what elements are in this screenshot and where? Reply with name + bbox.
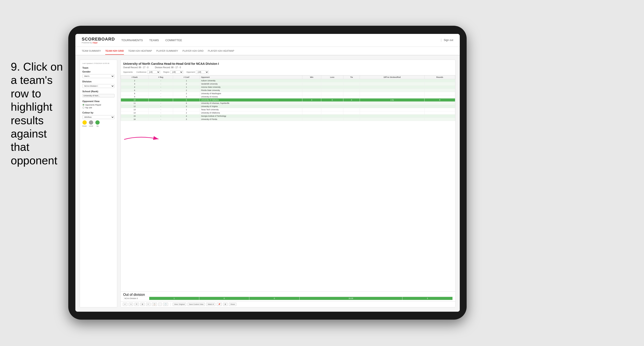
school-section-title: School (Rank) (82, 90, 114, 93)
table-row[interactable]: 4-1 Arizona State University (121, 85, 455, 89)
table-row[interactable]: 11-6 University of Arkansas, Fayettevill… (121, 101, 455, 105)
watch-button[interactable]: Watch ▾ (206, 303, 216, 306)
opponent-select[interactable]: (All) (196, 70, 209, 74)
table-row[interactable]: 9-3 University of Arizona (121, 95, 455, 98)
logo-area: SCOREBOARD Powered by clippi (82, 37, 115, 44)
radio-top-100[interactable]: Top 100 (82, 107, 114, 109)
sub-nav: TEAM SUMMARY TEAM H2H GRID TEAM H2H HEAT… (75, 47, 460, 55)
redo-button[interactable]: ↪ (129, 303, 133, 306)
refresh-button[interactable]: ⟳ (134, 303, 139, 306)
table-row[interactable]: 8-2 University of Washington (121, 92, 455, 95)
pin-button[interactable]: 📌 (217, 303, 222, 306)
overall-record: Overall Record: 89 - 17 - 0 (123, 66, 148, 69)
out-of-division-table: NCAA Division II 1 0 0 26.00 3 (123, 297, 453, 300)
right-panel: University of North Carolina Head-to-Hea… (120, 60, 456, 307)
col-reg: # Reg (148, 75, 173, 79)
table-row-highlighted[interactable]: 10-5 University of Alabama 300 2.618 (121, 98, 455, 101)
filter-row: Opponents: Conference (All) Region (All) (123, 70, 453, 74)
legend-items: Down Level Up (82, 120, 114, 127)
legend-up-icon (95, 120, 100, 125)
main-content: Last Updated: 27/03/2024 16:55:38 Team G… (75, 55, 460, 312)
gender-select[interactable]: Men's (82, 74, 114, 78)
col-opponent: Opponent (200, 75, 302, 79)
col-loss: Loss (321, 75, 343, 79)
gender-section-title: Gender (82, 70, 114, 73)
table-row[interactable]: 2-1 Auburn University (121, 79, 455, 82)
out-div-diff: 26.00 (299, 297, 402, 300)
out-div-win: 1 (149, 297, 199, 300)
out-div-name: NCAA Division II (123, 297, 149, 300)
col-tie: Tie (343, 75, 360, 79)
sub-nav-team-h2h-heatmap[interactable]: TEAM H2H HEATMAP (128, 47, 152, 55)
nav-links: TOURNAMENTS TEAMS COMMITTEE (121, 37, 441, 43)
grid-table: # Rank # Reg # Conf Opponent Win Loss Ti… (121, 75, 455, 121)
colour-by-select[interactable]: Win/loss (82, 115, 114, 119)
sub-nav-player-h2h-grid[interactable]: PLAYER H2H GRID (182, 47, 204, 55)
instruction-body: Click on a team's row to highlight resul… (11, 60, 63, 167)
copy-button[interactable]: 📋 (152, 303, 157, 306)
grid-table-wrapper: # Rank # Reg # Conf Opponent Win Loss Ti… (121, 75, 455, 291)
division-record: Division Record: 88 - 17 - 0 (155, 66, 181, 69)
col-rank: # Rank (121, 75, 148, 79)
region-select[interactable]: (All) (170, 70, 183, 74)
table-row[interactable]: 3-2 Vanderbilt University (121, 82, 455, 85)
sub-nav-team-h2h-grid[interactable]: TEAM H2H GRID (105, 47, 124, 55)
dot-button[interactable]: · (158, 303, 162, 306)
col-diff: Diff Av Strokes/Rnd (360, 75, 424, 79)
legend-down: Down (82, 120, 87, 127)
view-original-button[interactable]: View: Original (173, 303, 186, 306)
share-button[interactable]: Share (229, 303, 236, 306)
out-div-loss: 0 (199, 297, 249, 300)
undo-button[interactable]: ↩ (123, 303, 127, 306)
radio-opponents-played[interactable]: Opponents Played (82, 104, 114, 106)
out-div-row[interactable]: NCAA Division II 1 0 0 26.00 3 (123, 297, 452, 300)
radio-dot-opponents (82, 104, 84, 106)
opponents-filter-label: Opponents: (123, 71, 133, 73)
region-filter: Region (All) (164, 70, 184, 74)
bottom-toolbar: ↩ ↪ ⟳ ⊞ ✂ 📋 · 🕐 View: Original Save Cust… (121, 301, 455, 307)
nav-tournaments[interactable]: TOURNAMENTS (121, 37, 143, 43)
legend-down-icon (82, 120, 87, 125)
sub-nav-team-summary[interactable]: TEAM SUMMARY (82, 47, 101, 55)
nav-bar: SCOREBOARD Powered by clippi TOURNAMENTS… (75, 34, 460, 47)
time-button[interactable]: 🕐 (163, 303, 168, 306)
grid-title: University of North Carolina Head-to-Hea… (123, 62, 453, 65)
division-select[interactable]: NCAA Division I (82, 84, 114, 88)
out-div-rounds: 3 (402, 297, 452, 300)
table-row[interactable]: 14-2 University of Oklahoma (121, 111, 455, 114)
last-updated: Last Updated: 27/03/2024 16:55:38 (82, 62, 114, 64)
col-win: Win (302, 75, 321, 79)
tablet-frame: SCOREBOARD Powered by clippi TOURNAMENTS… (68, 26, 467, 320)
team-label: Team (82, 66, 114, 69)
table-row[interactable]: 13-1 Texas Tech University (121, 108, 455, 111)
table-row[interactable]: 15-4 Georgia Institute of Technology (121, 114, 455, 118)
grid-records: Overall Record: 89 - 17 - 0 Division Rec… (123, 66, 453, 69)
sign-out-link[interactable]: Sign out (444, 39, 453, 42)
layout-button[interactable]: ⊞ (223, 303, 228, 306)
opponent-filter: Opponent (All) (186, 70, 209, 74)
legend-level: Level (89, 120, 93, 127)
nav-committee[interactable]: COMMITTEE (165, 37, 182, 43)
col-rounds: Rounds (424, 75, 455, 79)
grid-header: University of North Carolina Head-to-Hea… (121, 60, 455, 75)
step-number: 9. (11, 60, 20, 73)
school-rank-display: University of Nort... (82, 94, 114, 97)
table-row[interactable]: 6-2 Florida State University (121, 89, 455, 92)
cut-button[interactable]: ✂ (146, 303, 150, 306)
instruction-text: 9. Click on a team's row to highlight re… (11, 60, 66, 167)
col-conf: # Conf (173, 75, 200, 79)
conference-select[interactable]: (All) (147, 70, 160, 74)
grid-button[interactable]: ⊞ (140, 303, 145, 306)
logo-powered: Powered by clippi (82, 42, 115, 44)
out-div-tie: 0 (249, 297, 299, 300)
left-panel: Last Updated: 27/03/2024 16:55:38 Team G… (80, 60, 117, 307)
division-section-title: Division (82, 80, 114, 83)
table-row[interactable]: 16-3 University of Florida (121, 118, 455, 121)
sub-nav-player-summary[interactable]: PLAYER SUMMARY (156, 47, 178, 55)
table-row[interactable]: 12-3 University of Virginia (121, 105, 455, 108)
sub-nav-player-h2h-heatmap[interactable]: PLAYER H2H HEATMAP (208, 47, 234, 55)
out-of-division-section: Out of division NCAA Division II 1 0 0 2… (121, 291, 455, 301)
save-custom-view-button[interactable]: Save Custom View (188, 303, 205, 306)
tablet-screen: SCOREBOARD Powered by clippi TOURNAMENTS… (75, 34, 460, 312)
nav-teams[interactable]: TEAMS (149, 37, 159, 43)
